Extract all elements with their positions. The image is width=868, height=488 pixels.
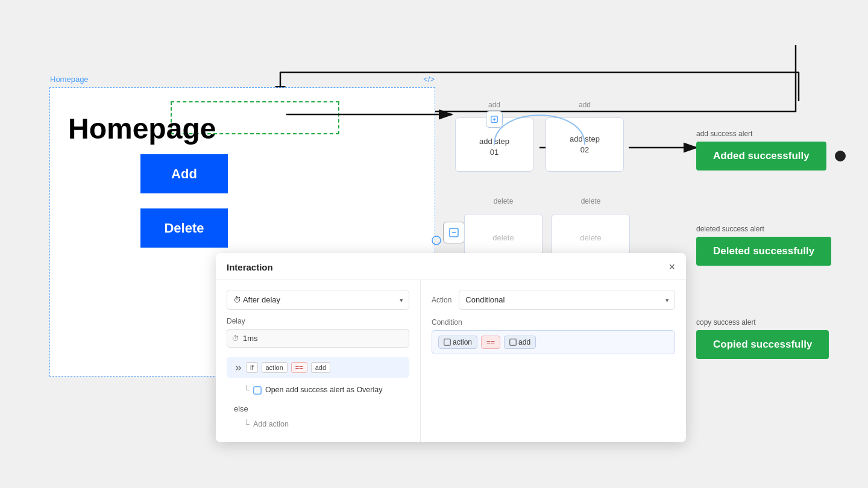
cond-eq-chip: == — [481, 336, 500, 349]
add-label-2: add — [579, 100, 591, 110]
cond-action-text: action — [453, 338, 472, 346]
add-chip: add — [311, 362, 330, 373]
svg-rect-19 — [444, 339, 451, 346]
trigger-select-wrapper: ⏱ After delay — [227, 290, 409, 310]
delay-label: Delay — [227, 317, 409, 325]
homepage-label: Homepage — [50, 75, 89, 84]
deleted-success-label: deleted success alert — [696, 225, 831, 233]
svg-rect-18 — [254, 387, 261, 394]
modal-body: ⏱ After delay Delay ⏱ if action == add — [216, 280, 686, 442]
deleted-success-button[interactable]: Deleted successfully — [696, 237, 831, 266]
add-step-01-node: add add step 01 — [455, 117, 533, 172]
action-chip: action — [262, 362, 288, 373]
else-label: else — [227, 401, 409, 416]
cond-add-pill: add — [504, 336, 536, 349]
delete-label-1: delete — [494, 196, 514, 207]
copy-success-label: copy success alert — [696, 318, 829, 327]
homepage-title: Homepage — [68, 112, 216, 145]
cond-action-pill: action — [438, 336, 477, 349]
modal-header: Interaction × — [216, 253, 686, 280]
add-button[interactable]: Add — [140, 154, 228, 193]
if-block: if action == add └ Open add success aler… — [227, 357, 409, 433]
action-select[interactable]: Conditional — [459, 290, 675, 310]
deleted-success-section: deleted success alert Deleted successful… — [696, 225, 831, 266]
action-row: Action Conditional — [432, 290, 675, 310]
then-action-text: Open add success alert as Overlay — [265, 386, 383, 394]
node-icon-1 — [486, 111, 503, 128]
copy-success-button[interactable]: Copied successfully — [696, 330, 829, 359]
action-select-wrapper: Conditional — [459, 290, 675, 310]
modal-right-panel: Action Conditional Condition action == — [421, 280, 686, 442]
delete-button[interactable]: Delete — [140, 208, 228, 248]
add-step-02-node: add add step 02 — [546, 117, 624, 172]
modal-left-panel: ⏱ After delay Delay ⏱ if action == add — [216, 280, 421, 442]
delete-label-2: delete — [581, 196, 601, 207]
svg-point-17 — [432, 236, 441, 245]
if-keyword: if — [246, 362, 258, 373]
add-label-1: add — [488, 100, 500, 110]
delete-step-02-label: delete — [580, 233, 601, 243]
add-success-dot — [835, 151, 846, 161]
modal-title: Interaction — [227, 262, 273, 272]
add-action-row[interactable]: └ Add action — [227, 416, 409, 433]
if-condition-row: if action == add — [227, 357, 409, 378]
add-action-text[interactable]: Add action — [253, 420, 289, 428]
delete-trigger-icon — [443, 222, 465, 243]
svg-rect-20 — [510, 339, 517, 346]
then-row: └ Open add success alert as Overlay — [227, 381, 409, 398]
add-success-label: add success alert — [696, 130, 846, 138]
add-step-01-label: add step 01 — [479, 136, 509, 158]
condition-panel-label: Condition — [432, 318, 675, 327]
code-icon: </> — [423, 75, 435, 84]
eq-chip: == — [291, 362, 307, 373]
add-step-02-label: add step 02 — [570, 134, 600, 155]
condition-row: action == add — [432, 330, 675, 354]
delete-step-01-label: delete — [492, 233, 514, 243]
interaction-modal: Interaction × ⏱ After delay Delay ⏱ — [216, 253, 686, 442]
delay-input[interactable] — [227, 329, 409, 348]
add-success-button[interactable]: Added successfully — [696, 142, 826, 170]
copy-success-section: copy success alert Copied successfully — [696, 318, 829, 359]
modal-close-button[interactable]: × — [668, 261, 675, 272]
trigger-select[interactable]: ⏱ After delay — [227, 290, 409, 310]
action-panel-label: Action — [432, 296, 451, 304]
delete-circle — [431, 235, 442, 241]
add-success-section: add success alert Added successfully — [696, 130, 846, 170]
cond-add-text: add — [518, 338, 530, 346]
